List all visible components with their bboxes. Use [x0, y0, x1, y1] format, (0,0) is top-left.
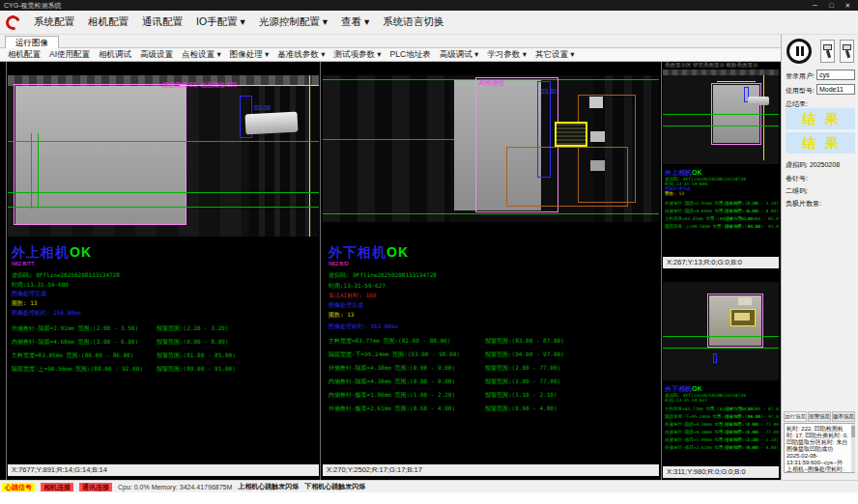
- menu-bar: 系统配置 相机配置 通讯配置 IO手配置 ▾ 光源控制配置 ▾ 查看 ▾ 系统语…: [0, 11, 858, 35]
- alarm-range: 报警范围:(81.00 - 85.00): [157, 351, 236, 360]
- alarm-range: 报警范围:(2.20 - 3.20): [725, 201, 779, 206]
- tool-plc-address[interactable]: PLC地址表: [390, 49, 431, 61]
- menu-camera-config[interactable]: 相机配置: [88, 15, 129, 29]
- loop-count-line: 圈数: 13: [665, 191, 684, 196]
- roller-part: [748, 97, 769, 105]
- camera-name: 外上相机: [665, 169, 692, 176]
- tool-other-settings[interactable]: 其它设置 ▾: [535, 49, 575, 61]
- pause-icon: [801, 46, 804, 56]
- menu-language-switch[interactable]: 系统语言切换: [383, 15, 443, 29]
- log-scrollbar-thumb[interactable]: [851, 426, 855, 437]
- scanner-button-1[interactable]: [820, 40, 835, 63]
- green-measure-line: [663, 126, 779, 126]
- window-title: CYG-视觉检测系统: [4, 0, 62, 11]
- toolbar: 相机配置 AI使用配置 相机调试 高级设置 点检设置 ▾ 图像处理 ▾ 基准线参…: [0, 48, 781, 62]
- green-measure-line: [663, 336, 779, 337]
- thumb1-results: 外上相机OK 虚拟码: 0Ffline20250208133134728 时间:…: [663, 166, 779, 255]
- center-camera-image-view[interactable]: AI检测框 23.80: [323, 75, 659, 222]
- yellow-reference-line: [309, 75, 310, 237]
- electrode-tab-patch: [590, 160, 605, 171]
- left-camera-image-view[interactable]: 固定阈值:93, 动态阈值:100 B3.08: [8, 75, 319, 237]
- green-measure-line: [31, 133, 32, 209]
- electrode-tab-patch: [738, 297, 752, 305]
- status-ok: OK: [386, 244, 409, 260]
- yellow-reference-line: [763, 75, 764, 160]
- window-controls: ─ □ ✕: [807, 0, 856, 11]
- camera-name: 外下相机: [329, 244, 386, 260]
- roller-part: [244, 112, 298, 135]
- info-tab-run[interactable]: 运行信息: [784, 411, 807, 422]
- blue-measure-box: [713, 353, 717, 363]
- tool-camera-debug[interactable]: 相机调试: [99, 49, 131, 61]
- menu-comm-config[interactable]: 通讯配置: [142, 15, 183, 29]
- alarm-range: 报警范围:(89.00 - 91.00): [157, 365, 236, 374]
- tool-advanced-debug[interactable]: 高级调试 ▾: [440, 49, 479, 61]
- done-line: 图像处理完成: [12, 290, 46, 298]
- tab-run-image[interactable]: 运行图像: [5, 36, 59, 48]
- tool-camera-config[interactable]: 相机配置: [8, 49, 41, 61]
- menu-light-config[interactable]: 光源控制配置 ▾: [259, 15, 328, 29]
- status-ok: OK: [692, 169, 702, 176]
- virtual-code-label: 虚拟码: 20250208: [786, 160, 840, 170]
- alarm-range: 报警范围:(2.20 - 3.20): [157, 324, 229, 333]
- thumb2-image-view[interactable]: [663, 282, 779, 380]
- log-scrollbar[interactable]: [851, 424, 855, 472]
- alarm-range: 报警范围:(2.00 - 77.00): [485, 364, 560, 373]
- loop-count-line: 圈数: 13: [329, 311, 354, 320]
- thumb1-image-view[interactable]: [663, 70, 779, 164]
- orange-roi-rectangle: [506, 147, 628, 207]
- info-tab-alarm[interactable]: 报警信息: [808, 411, 831, 422]
- tool-baseline-params[interactable]: 基准线参数 ▾: [277, 49, 325, 61]
- menu-view[interactable]: 查看 ▾: [341, 15, 369, 29]
- login-user-label: 登录用户:: [786, 71, 815, 81]
- tool-test-params[interactable]: 测试项参数 ▾: [333, 49, 381, 61]
- tool-learning-params[interactable]: 学习参数 ▾: [487, 49, 527, 61]
- heartbeat-badge: 心跳信号: [2, 483, 35, 491]
- needle-number-label: 卷针号:: [786, 174, 808, 183]
- elapsed-line: 图像处理耗时: 256.00ms: [12, 309, 81, 318]
- electrode-tab-patch: [589, 97, 603, 108]
- info-tab-version[interactable]: 版本信息: [832, 411, 855, 422]
- result-indicator-1: 结果: [786, 108, 855, 129]
- electrode-tab-patch: [590, 131, 605, 142]
- camera-connect-badge: 相机连接: [41, 483, 73, 491]
- green-measure-line: [323, 213, 659, 214]
- left-camera-title: 外上相机OK: [12, 244, 92, 262]
- measurement-value: 外侧卷针-隔膜=4.38mm 范围:(0.00 - 9.00): [329, 364, 455, 371]
- maximize-button[interactable]: □: [823, 0, 840, 11]
- alarm-range: 报警范围:(2.00 - 77.00): [725, 430, 779, 434]
- negative-sheet-count-label: 负极片数量:: [786, 199, 821, 209]
- ai-detect-label: AI检测框: [479, 79, 504, 88]
- time-line: 时间:13-31-59-600: [12, 281, 69, 290]
- tool-image-processing[interactable]: 图像处理 ▾: [230, 49, 270, 61]
- alarm-range: 报警范围:(0.60 - 4.00): [485, 405, 558, 413]
- tool-ai-usage-config[interactable]: AI使用配置: [49, 49, 90, 61]
- center-camera-title: 外下相机OK: [329, 244, 409, 262]
- elapsed-line: 图像处理耗时: 163.00ms: [329, 322, 398, 331]
- tool-advanced-settings[interactable]: 高级设置: [140, 49, 173, 61]
- alarm-range: 报警范围:(2.00 - 77.00): [725, 422, 779, 427]
- alarm-range: 报警范围:(81.00 - 85.00): [725, 216, 779, 221]
- run-log-box[interactable]: 耗时: 222, 凹陷检测耗时: 17, 凹陷分类耗时: 0, 凹陷提取分区耗时…: [784, 423, 855, 473]
- login-user-input[interactable]: cys: [816, 70, 855, 80]
- green-measure-line: [8, 192, 319, 193]
- scanner-button-2[interactable]: [840, 40, 854, 63]
- panel-splitter: [320, 62, 321, 480]
- pause-button[interactable]: [786, 39, 812, 64]
- alarm-range: 报警范围:(83.00 - 87.00): [725, 406, 779, 411]
- virtual-code-line: 虚拟码: 0Ffline20250208133134728: [12, 271, 120, 280]
- model-input[interactable]: Mode11: [816, 84, 855, 95]
- alarm-range: 报警范围:(2.00 - 77.00): [485, 378, 560, 386]
- close-button[interactable]: ✕: [840, 0, 856, 11]
- scanner-icon: [826, 50, 831, 59]
- done-line: 图像处理完成: [329, 301, 363, 310]
- camera-name: 外下相机: [665, 385, 692, 392]
- tab-highlight-box: [555, 122, 587, 147]
- left-pixel-coordinates: X:7677;Y:891;R:14;G:14;B:14: [8, 464, 319, 476]
- thumbnail-column-header: 画面显示区 研究画面显示 检验画面显示: [665, 62, 779, 70]
- menu-io-config[interactable]: IO手配置 ▾: [196, 15, 245, 29]
- tool-spot-check[interactable]: 点检设置 ▾: [182, 49, 221, 61]
- green-measure-line: [663, 114, 779, 115]
- minimize-button[interactable]: ─: [807, 0, 823, 11]
- menu-system-config[interactable]: 系统配置: [34, 15, 74, 29]
